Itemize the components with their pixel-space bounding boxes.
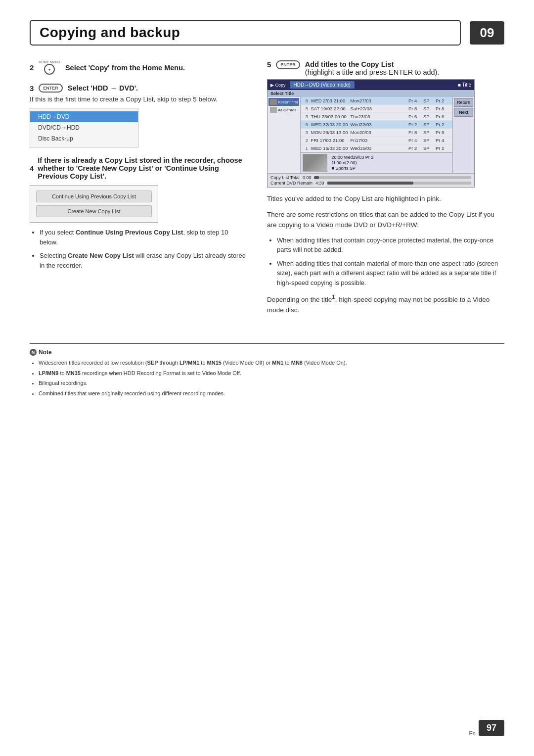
title-tab: ■ Title [458,82,471,88]
menu-item-dvd-hdd: DVD/CD→HDD [30,122,138,133]
step-2-heading: 2 HOME MENU ● Select 'Copy' from the Hom… [30,60,247,75]
copy-detail-row: 20:00 Wed29/03 Pr 2 1h00m(2:00) ■ Sports… [301,152,452,173]
page-title: Copying and backup [40,25,180,41]
step-3-number: 3 [30,84,34,93]
step-5-body3: Depending on the title1, high-speed copy… [267,292,504,316]
copy-table-outer: Recent first All Genres 8 [267,97,474,173]
copy-footer: Copy List Total 0:00 Current DVD Remain … [267,173,474,187]
step-5-body2: There are some restrictions on titles th… [267,209,504,231]
menu-item-disc-backup: Disc Back-up [30,133,138,144]
menu-item-hdd-dvd: HDD→DVD [30,111,138,122]
copy-table-main: 8 WED 2/03 21:00 Mon27/03 Pr 4 SP Pr 2 5… [301,97,452,173]
table-row[interactable]: 3 THU 23/03 00:00 Thu23/03 Pr 6 SP Pr 6 [301,113,452,121]
step-5-bullets: When adding titles that contain copy-onc… [267,236,504,288]
left-column: 2 HOME MENU ● Select 'Copy' from the Hom… [30,60,247,324]
detail-info: 20:00 Wed29/03 Pr 2 1h00m(2:00) ■ Sports… [331,155,373,171]
step-4-bullet-1: If you select Continue Using Previous Co… [40,228,247,247]
copy-table-header: ▶ Copy HDD→DVD (Video mode) ■ Title [267,80,474,90]
step-4-block: 4 If there is already a Copy List stored… [30,156,247,270]
bold-continue: Continue Using Previous Copy List [76,229,183,236]
hdd-dvd-menu: HDD→DVD DVD/CD→HDD Disc Back-up [30,108,138,147]
recent-icon [270,99,277,105]
step-2-text: Select 'Copy' from the Home Menu. [65,64,185,72]
table-row[interactable]: 6 WED 32/03 20:00 Wed22/03 Pr 2 SP Pr 2 [301,121,452,129]
note-section: N Note Widescreen titles recorded at low… [30,343,504,398]
chapter-badge: 09 [470,21,504,45]
filter-item-all-genres[interactable]: All Genres [268,106,299,114]
table-row[interactable]: 2 FRI 17/03 21:00 Fri17/03 Pr 4 SP Pr 4 [301,137,452,144]
step-5-heading: 5 ENTER Add titles to the Copy List (hig… [267,60,504,76]
table-row[interactable]: 8 WED 2/03 21:00 Mon27/03 Pr 4 SP Pr 2 [301,97,452,105]
copy-list-total-row: Copy List Total 0:00 [270,175,471,180]
hdd-dvd-tab: HDD→DVD (Video mode) [290,81,355,89]
note-item-2: LP/MN9 to MN15 recordings when HDD Recor… [39,369,504,378]
copy-sidebar: Return Next [452,97,474,173]
filter-sidebar: Recent first All Genres [267,97,301,173]
copy-list-table: ▶ Copy HDD→DVD (Video mode) ■ Title Sele… [267,79,475,188]
select-title-label: Select Title [267,90,474,97]
enter-icon: ENTER [39,84,63,93]
current-dvd-label: Current DVD Remain [270,181,312,186]
note-item-1: Widescreen titles recorded at low resolu… [39,359,504,368]
continue-previous-btn[interactable]: Continue Using Previous Copy List [36,190,152,202]
step-2-number: 2 [30,63,34,72]
step-5-number: 5 [267,60,271,69]
step-4-heading: 4 If there is already a Copy List stored… [30,156,247,180]
step-5-text: Add titles to the Copy List (highlight a… [305,60,440,76]
step-4-number: 4 [30,164,34,173]
dvd-progress [327,182,471,185]
main-content: 2 HOME MENU ● Select 'Copy' from the Hom… [30,60,504,324]
note-icon: N [30,349,37,356]
copy-list-progress-fill [314,176,319,179]
home-menu-circle-icon: ● [44,64,55,75]
preview-thumbnail [303,154,327,172]
step-3-text: Select 'HDD → DVD'. [68,84,138,92]
page-header: Copying and backup 09 [30,20,504,46]
detail-duration: 1h00m(2:00) [331,160,373,165]
create-new-btn[interactable]: Create New Copy List [36,205,152,217]
next-button[interactable]: Next [454,108,473,117]
filter-all-genres-label: All Genres [278,108,296,112]
enter-icon-step5: ENTER [276,60,300,69]
step-5-bullet-2: When adding titles that contain material… [277,259,504,288]
step-5-block: 5 ENTER Add titles to the Copy List (hig… [267,60,504,316]
step-3-heading: 3 ENTER Select 'HDD → DVD'. [30,84,247,93]
step-4-bullet-2: Selecting Create New Copy List will eras… [40,251,247,270]
table-row[interactable]: 3 MON 29/03 13:00 Mon20/03 Pr 8 SP Pr 9 [301,129,452,137]
current-dvd-value: 4:30 [315,181,324,186]
detail-sports: ■ Sports SP [331,166,373,171]
step-3-block: 3 ENTER Select 'HDD → DVD'. If this is t… [30,84,247,147]
step-2-block: 2 HOME MENU ● Select 'Copy' from the Hom… [30,60,247,75]
home-menu-icon: HOME MENU ● [39,60,60,75]
right-column: 5 ENTER Add titles to the Copy List (hig… [267,60,504,324]
page-lang: En [469,730,476,736]
step-5-bullet-1: When adding titles that contain copy-onc… [277,236,504,255]
filter-recent-label: Recent first [278,100,298,104]
title-bar: Copying and backup [30,20,461,46]
genres-icon [270,107,277,113]
note-item-4: Combined titles that were originally rec… [39,389,504,398]
copy-list-progress [314,176,471,179]
page-number-badge: 97 [479,720,504,736]
table-row[interactable]: 1 WED 15/03 20:00 Wed15/03 Pr 2 SP Pr 2 [301,144,452,152]
page-container: Copying and backup 09 2 HOME MENU ● Sele… [0,0,534,756]
filter-item-recent[interactable]: Recent first [268,98,299,106]
step-3-body: If this is the first time to create a Co… [30,95,247,103]
step-4-bullets: If you select Continue Using Previous Co… [30,228,247,270]
step-5-body1: Titles you've added to the Copy List are… [267,193,504,204]
copy-tab: ▶ Copy [270,83,286,88]
note-items: Widescreen titles recorded at low resolu… [30,359,504,398]
copy-list-dialog: Continue Using Previous Copy List Create… [30,185,158,223]
copy-list-total-label: Copy List Total [270,175,300,180]
bold-create-new: Create New Copy List [68,252,134,259]
current-dvd-row: Current DVD Remain 4:30 [270,181,471,186]
dvd-progress-fill [327,182,414,185]
table-row[interactable]: 5 SAT 19/03 22:00 Sat+27/03 Pr 8 SP Pr 8 [301,105,452,113]
copy-list-total-value: 0:00 [303,175,312,180]
step-4-text: If there is already a Copy List stored i… [38,156,247,180]
note-item-3: Bilingual recordings. [39,379,504,388]
return-button[interactable]: Return [454,98,473,107]
note-title: N Note [30,349,504,356]
detail-time: 20:00 Wed29/03 Pr 2 [331,155,373,160]
